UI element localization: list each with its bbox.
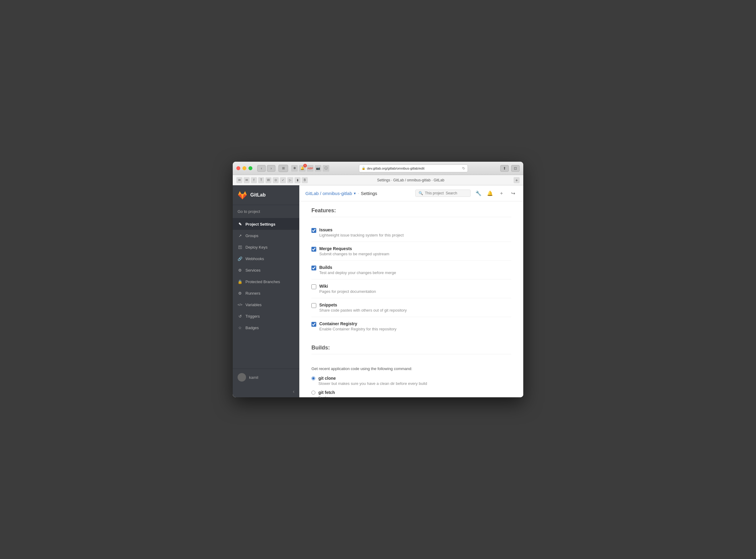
tab-view-button[interactable]: ⊞ <box>279 165 288 172</box>
git-clone-name: git clone <box>318 376 427 381</box>
breadcrumb-dropdown-icon[interactable]: ▾ <box>354 191 356 196</box>
camera-icon[interactable]: 📷 <box>315 165 322 172</box>
puzzle-icon[interactable]: ✱ <box>291 165 298 172</box>
wiki-desc: Pages for project documentation <box>319 289 376 294</box>
feature-item-builds: Builds Test and deploy your changes befo… <box>311 261 511 280</box>
git-clone-radio[interactable] <box>311 376 315 380</box>
t-icon[interactable]: T <box>258 177 264 183</box>
abp-icon[interactable]: ABP <box>307 165 313 172</box>
bell-icon[interactable]: 🔔 1 <box>299 165 306 172</box>
search-input[interactable] <box>425 191 467 195</box>
content-inner: Features: Issues Lightweight issue track… <box>299 201 523 397</box>
git-clone-desc: Slower but makes sure you have a clean d… <box>318 381 427 386</box>
go-to-project-link[interactable]: Go to project <box>233 205 299 218</box>
extension-icons: ✱ 🔔 1 ABP 📷 ⓘ <box>291 165 329 172</box>
sidebar-item-label: Project Settings <box>245 222 276 226</box>
wiki-checkbox[interactable] <box>311 284 316 289</box>
url-bar-container: 🔒 dev.gitlab.org/gitlab/omnibus-gitlab/e… <box>359 164 468 172</box>
sidebar-collapse-button[interactable]: ‹ <box>233 386 299 397</box>
share-button[interactable]: ⬆ <box>500 165 509 172</box>
triggers-icon: ↺ <box>238 314 242 318</box>
builds-intro-text: Get recent application code using the fo… <box>311 366 511 371</box>
arrow-icon[interactable]: ▷ <box>287 177 293 183</box>
check-icon[interactable]: ✓ <box>280 177 286 183</box>
sidebar-item-label: Variables <box>245 303 261 307</box>
mail-icon[interactable]: ✉ <box>236 177 242 183</box>
facebook-icon[interactable]: f <box>251 177 257 183</box>
sidebar-item-badges[interactable]: ☆ Badges <box>233 322 299 333</box>
snippets-desc: Share code pastes with others out of git… <box>319 308 407 313</box>
sidebar: GitLab Go to project ✎ Project Settings … <box>233 185 299 397</box>
gitlab-icon[interactable]: ⧫ <box>294 177 301 183</box>
sidebar-item-webhooks[interactable]: 🔗 Webhooks <box>233 253 299 264</box>
builds-content: Get recent application code using the fo… <box>311 360 511 397</box>
badges-icon: ☆ <box>238 325 242 330</box>
tab-button-area: ⊞ <box>279 165 288 172</box>
sidebar-item-runners[interactable]: ⚙ Runners <box>233 287 299 299</box>
breadcrumb-separator: · <box>358 191 359 196</box>
plus-header-icon[interactable]: ＋ <box>497 189 506 197</box>
back-button[interactable]: ‹ <box>257 165 266 172</box>
sidebar-item-project-settings[interactable]: ✎ Project Settings <box>233 218 299 230</box>
merge-requests-checkbox[interactable] <box>311 247 316 252</box>
merge-requests-desc: Submit changes to be merged upstream <box>319 252 389 256</box>
github-icon[interactable]: ⊙ <box>273 177 279 183</box>
sidebar-item-groups[interactable]: ↗ Groups <box>233 230 299 241</box>
sidebar-footer: kamil <box>233 368 299 386</box>
snippets-checkbox[interactable] <box>311 303 316 308</box>
w-icon[interactable]: W <box>265 177 271 183</box>
sidebar-item-label: Triggers <box>245 314 260 318</box>
builds-feature-name: Builds <box>319 265 396 270</box>
breadcrumb-current: Settings <box>361 191 377 196</box>
b-icon[interactable]: B <box>302 177 308 183</box>
issues-checkbox[interactable] <box>311 228 316 233</box>
sidebar-navigation: ✎ Project Settings ↗ Groups ⚿ Deploy Key… <box>233 218 299 368</box>
services-icon: ⚙ <box>238 268 242 272</box>
bell-header-icon[interactable]: 🔔 <box>486 189 494 197</box>
forward-button[interactable]: › <box>267 165 276 172</box>
sidebar-item-services[interactable]: ⚙ Services <box>233 264 299 276</box>
sidebar-item-triggers[interactable]: ↺ Triggers <box>233 310 299 322</box>
wrench-icon[interactable]: 🔧 <box>474 189 483 197</box>
edit-icon: ✎ <box>238 222 242 226</box>
sidebar-button[interactable]: ⊡ <box>511 165 520 172</box>
sidebar-item-label: Badges <box>245 326 259 330</box>
sidebar-item-label: Groups <box>245 233 258 238</box>
mail2-icon[interactable]: ✉ <box>244 177 250 183</box>
reload-icon[interactable]: ↻ <box>462 166 465 171</box>
container-registry-checkbox[interactable] <box>311 322 316 327</box>
avatar <box>238 373 246 382</box>
url-text: dev.gitlab.org/gitlab/omnibus-gitlab/edi… <box>367 166 460 170</box>
sidebar-item-label: Deploy Keys <box>245 245 267 249</box>
search-bar[interactable]: 🔍 <box>415 189 471 197</box>
features-section-header: Features: <box>311 207 511 217</box>
sidebar-item-variables[interactable]: </> Variables <box>233 299 299 310</box>
new-tab-button[interactable]: + <box>514 177 520 183</box>
sidebar-item-deploy-keys[interactable]: ⚿ Deploy Keys <box>233 241 299 253</box>
logout-icon[interactable]: ↪ <box>509 189 517 197</box>
username-label: kamil <box>249 375 258 380</box>
variables-icon: </> <box>238 302 242 307</box>
info-icon[interactable]: ⓘ <box>323 165 329 172</box>
groups-icon: ↗ <box>238 233 242 238</box>
feature-item-snippets: Snippets Share code pastes with others o… <box>311 298 511 317</box>
titlebar-action-buttons: ⬆ ⊡ <box>500 165 520 172</box>
sidebar-item-label: Protected Branches <box>245 280 280 284</box>
minimize-button[interactable] <box>242 166 246 170</box>
builds-section: Builds: Get recent application code usin… <box>311 344 511 397</box>
toolbar-extension-icons: ✉ ✉ f T W ⊙ ✓ ▷ ⧫ B <box>236 177 308 183</box>
brand-name: GitLab <box>250 192 266 198</box>
maximize-button[interactable] <box>249 166 253 170</box>
feature-item-wiki: Wiki Pages for project documentation <box>311 280 511 298</box>
breadcrumb-link[interactable]: GitLab / omnibus-gitlab <box>305 191 352 196</box>
webhook-icon: 🔗 <box>238 256 242 261</box>
runners-icon: ⚙ <box>238 291 242 295</box>
url-bar[interactable]: 🔒 dev.gitlab.org/gitlab/omnibus-gitlab/e… <box>359 164 468 172</box>
close-button[interactable] <box>236 166 240 170</box>
content-area[interactable]: Features: Issues Lightweight issue track… <box>299 201 523 397</box>
sidebar-item-protected-branches[interactable]: 🔒 Protected Branches <box>233 276 299 287</box>
git-fetch-radio[interactable] <box>311 390 315 395</box>
feature-item-container-registry: Container Registry Enable Container Regi… <box>311 317 511 336</box>
builds-checkbox[interactable] <box>311 266 316 270</box>
window-controls <box>236 166 253 170</box>
